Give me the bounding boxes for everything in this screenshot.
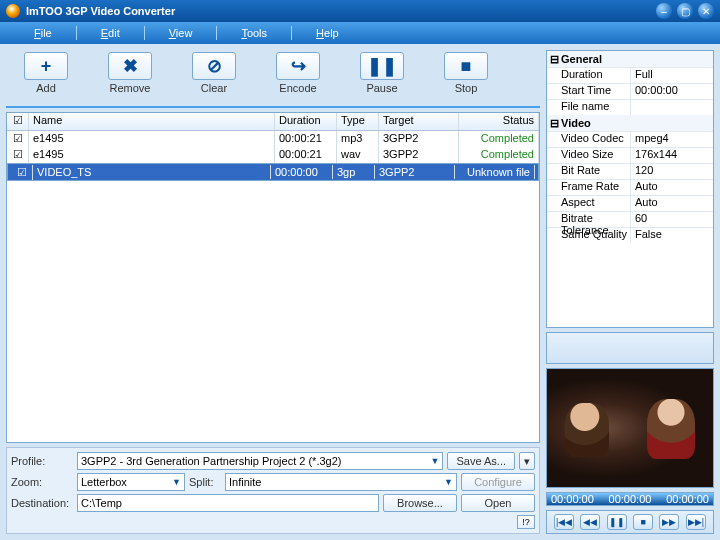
property-value[interactable]: False — [631, 228, 713, 243]
property-value[interactable]: 120 — [631, 164, 713, 179]
property-group[interactable]: ⊟General — [547, 51, 713, 67]
encode-button[interactable]: ↪Encode — [258, 52, 338, 100]
close-button[interactable]: ✕ — [698, 3, 714, 19]
property-row[interactable]: DurationFull — [547, 67, 713, 83]
open-button[interactable]: Open — [461, 494, 535, 512]
property-row[interactable]: Same QualityFalse — [547, 227, 713, 243]
property-row[interactable]: Video Size176x144 — [547, 147, 713, 163]
browse-button[interactable]: Browse... — [383, 494, 457, 512]
app-logo-icon — [6, 4, 20, 18]
menu-edit[interactable]: Edit — [77, 27, 144, 39]
menu-file[interactable]: File — [10, 27, 76, 39]
row-type: mp3 — [337, 131, 379, 147]
add-button[interactable]: +Add — [6, 52, 86, 100]
plus-icon: + — [24, 52, 68, 80]
pause-button[interactable]: ❚❚Pause — [342, 52, 422, 100]
properties-panel[interactable]: ⊟GeneralDurationFullStart Time00:00:00Fi… — [546, 50, 714, 328]
header-duration[interactable]: Duration — [275, 113, 337, 130]
toolbar: +Add ✖Remove ⊘Clear ↪Encode ❚❚Pause ■Sto… — [6, 50, 540, 108]
save-as-menu-button[interactable]: ▾ — [519, 452, 535, 470]
row-type: wav — [337, 147, 379, 163]
destination-label: Destination: — [11, 497, 73, 509]
row-duration: 00:00:21 — [275, 131, 337, 147]
table-row[interactable]: ☑e149500:00:21wav3GPP2Completed — [7, 147, 539, 163]
player-stop-button[interactable]: ■ — [633, 514, 653, 530]
pause-icon: ❚❚ — [360, 52, 404, 80]
row-checkbox[interactable]: ☑ — [7, 147, 29, 163]
clear-icon: ⊘ — [192, 52, 236, 80]
rewind-button[interactable]: ◀◀ — [580, 514, 600, 530]
property-group[interactable]: ⊟Video — [547, 115, 713, 131]
help-button[interactable]: !? — [517, 515, 535, 529]
row-name: e1495 — [29, 131, 275, 147]
row-checkbox[interactable]: ☑ — [7, 131, 29, 147]
property-key: Aspect — [547, 196, 631, 211]
video-preview[interactable] — [546, 368, 714, 488]
property-row[interactable]: AspectAuto — [547, 195, 713, 211]
menu-view[interactable]: View — [145, 27, 217, 39]
file-list-header: ☑ Name Duration Type Target Status — [7, 113, 539, 131]
play-pause-button[interactable]: ❚❚ — [607, 514, 627, 530]
next-button[interactable]: ▶▶| — [686, 514, 706, 530]
encode-icon: ↪ — [276, 52, 320, 80]
property-row[interactable]: Bit Rate120 — [547, 163, 713, 179]
profile-select[interactable]: 3GPP2 - 3rd Generation Partnership Proje… — [77, 452, 443, 470]
property-key: File name — [547, 100, 631, 115]
configure-button[interactable]: Configure — [461, 473, 535, 491]
zoom-select[interactable]: Letterbox▼ — [77, 473, 185, 491]
save-as-button[interactable]: Save As... — [447, 452, 515, 470]
menu-tools[interactable]: Tools — [217, 27, 291, 39]
properties-scroll-area[interactable] — [546, 332, 714, 364]
time-end: 00:00:00 — [666, 493, 709, 505]
time-start: 00:00:00 — [551, 493, 594, 505]
property-row[interactable]: File name — [547, 99, 713, 115]
minimize-button[interactable]: – — [656, 3, 672, 19]
property-value[interactable]: Auto — [631, 196, 713, 211]
menu-help[interactable]: Help — [292, 27, 363, 39]
property-row[interactable]: Video Codecmpeg4 — [547, 131, 713, 147]
zoom-label: Zoom: — [11, 476, 73, 488]
header-target[interactable]: Target — [379, 113, 459, 130]
playback-timeline[interactable]: 00:00:00 00:00:00 00:00:00 — [546, 492, 714, 506]
property-value[interactable]: 60 — [631, 212, 713, 227]
property-value[interactable]: Full — [631, 68, 713, 83]
remove-button[interactable]: ✖Remove — [90, 52, 170, 100]
row-type: 3gp — [333, 165, 375, 179]
header-checkbox[interactable]: ☑ — [7, 113, 29, 130]
chevron-down-icon: ▼ — [172, 477, 181, 487]
chevron-down-icon: ▼ — [431, 456, 440, 466]
property-row[interactable]: Bitrate Tolerance60 — [547, 211, 713, 227]
split-label: Split: — [189, 476, 221, 488]
table-row[interactable]: ☑VIDEO_TS00:00:003gp3GPP2Unknown file — [7, 163, 539, 181]
header-name[interactable]: Name — [29, 113, 275, 130]
file-list: ☑ Name Duration Type Target Status ☑e149… — [6, 112, 540, 443]
stop-button[interactable]: ■Stop — [426, 52, 506, 100]
maximize-button[interactable]: ▢ — [677, 3, 693, 19]
clear-button[interactable]: ⊘Clear — [174, 52, 254, 100]
profile-label: Profile: — [11, 455, 73, 467]
prev-button[interactable]: |◀◀ — [554, 514, 574, 530]
property-key: Video Codec — [547, 132, 631, 147]
bottom-panel: Profile: 3GPP2 - 3rd Generation Partners… — [6, 447, 540, 534]
table-row[interactable]: ☑e149500:00:21mp33GPP2Completed — [7, 131, 539, 147]
header-type[interactable]: Type — [337, 113, 379, 130]
row-status: Unknown file — [455, 165, 535, 179]
destination-input[interactable]: C:\Temp — [77, 494, 379, 512]
header-status[interactable]: Status — [459, 113, 539, 130]
property-value[interactable]: Auto — [631, 180, 713, 195]
split-select[interactable]: Infinite▼ — [225, 473, 457, 491]
property-value[interactable] — [631, 100, 713, 115]
forward-button[interactable]: ▶▶ — [659, 514, 679, 530]
property-value[interactable]: mpeg4 — [631, 132, 713, 147]
row-checkbox[interactable]: ☑ — [11, 165, 33, 180]
collapse-icon: ⊟ — [547, 53, 561, 66]
titlebar: ImTOO 3GP Video Converter – ▢ ✕ — [0, 0, 720, 22]
row-target: 3GPP2 — [379, 147, 459, 163]
property-key: Bitrate Tolerance — [547, 212, 631, 227]
property-row[interactable]: Start Time00:00:00 — [547, 83, 713, 99]
row-status: Completed — [459, 147, 539, 163]
x-icon: ✖ — [108, 52, 152, 80]
property-value[interactable]: 176x144 — [631, 148, 713, 163]
property-value[interactable]: 00:00:00 — [631, 84, 713, 99]
property-row[interactable]: Frame RateAuto — [547, 179, 713, 195]
